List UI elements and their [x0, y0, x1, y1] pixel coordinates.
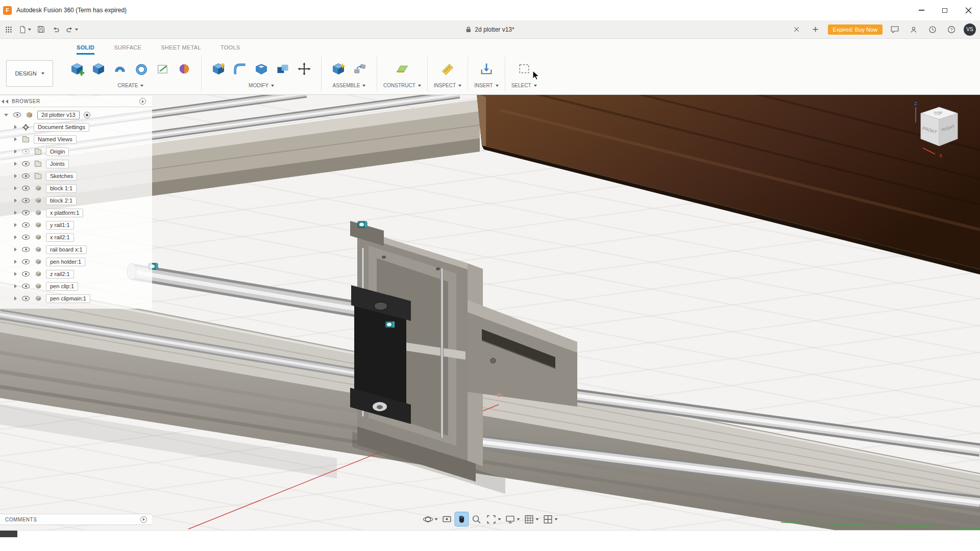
viewcube[interactable]: Z X TOP FRONT RIGHT — [905, 99, 973, 166]
tree-item-label[interactable]: Sketches — [46, 172, 77, 181]
create-form-button[interactable] — [174, 57, 195, 81]
browser-header[interactable]: BROWSER — [0, 96, 152, 107]
visibility-eye-icon[interactable] — [22, 198, 30, 203]
save-button[interactable] — [34, 22, 47, 37]
new-component-button[interactable] — [66, 57, 88, 81]
activate-component-radio[interactable] — [84, 112, 90, 118]
browser-row-pen-holder[interactable]: pen holder:1 — [0, 256, 152, 268]
browser-row-y-rail1[interactable]: y rail1:1 — [0, 219, 152, 231]
joint-button[interactable] — [349, 57, 371, 81]
visibility-eye-icon[interactable] — [22, 235, 30, 240]
workspace-selector[interactable]: DESIGN — [6, 60, 53, 87]
expand-icon[interactable] — [14, 223, 17, 227]
expand-icon[interactable] — [14, 247, 17, 252]
browser-row-block2[interactable]: block 2:1 — [0, 194, 152, 207]
visibility-eye-icon[interactable] — [22, 186, 30, 191]
display-settings-button[interactable] — [504, 512, 521, 526]
orbit-button[interactable] — [422, 512, 439, 526]
viewports-button[interactable] — [542, 512, 559, 526]
tree-item-label[interactable]: pen holder:1 — [46, 258, 85, 266]
tree-item-label[interactable]: pen clipmain:1 — [46, 294, 90, 303]
browser-row-origin[interactable]: Origin — [0, 145, 152, 158]
help-button[interactable]: ? — [945, 22, 958, 37]
look-at-button[interactable] — [440, 512, 454, 526]
redo-button[interactable] — [64, 22, 80, 37]
expand-icon[interactable] — [14, 162, 17, 166]
revolve-button[interactable] — [109, 57, 131, 81]
shell-button[interactable] — [251, 57, 272, 81]
select-button[interactable] — [513, 57, 535, 81]
modify-group-label[interactable]: MODIFY — [249, 83, 274, 88]
expand-icon[interactable] — [4, 114, 8, 116]
maximize-button[interactable] — [933, 0, 957, 20]
construct-plane-button[interactable] — [391, 57, 413, 81]
select-group-label[interactable]: SELECT — [511, 83, 537, 88]
visibility-eye-icon[interactable] — [22, 173, 30, 179]
visibility-eye-icon[interactable] — [22, 222, 30, 228]
visibility-eye-icon[interactable] — [22, 284, 30, 289]
assemble-group-label[interactable]: ASSEMBLE — [333, 83, 366, 88]
new-tab-button[interactable] — [809, 22, 822, 37]
comments-bar[interactable]: COMMENTS — [0, 514, 152, 525]
close-button[interactable] — [957, 0, 980, 20]
browser-row-block1[interactable]: block 1:1 — [0, 182, 152, 194]
tree-item-label[interactable]: block 2:1 — [46, 196, 77, 205]
expand-icon[interactable] — [14, 198, 17, 203]
browser-row-x-platform[interactable]: x platform:1 — [0, 207, 152, 219]
combine-button[interactable] — [272, 57, 293, 81]
expand-icon[interactable] — [14, 137, 17, 141]
tree-item-label[interactable]: Document Settings — [34, 123, 89, 132]
press-pull-button[interactable] — [208, 57, 229, 81]
pan-button[interactable] — [455, 512, 469, 526]
app-grid-button[interactable] — [2, 22, 15, 37]
browser-row-rail-board-x[interactable]: rail board x:1 — [0, 243, 152, 256]
expand-icon[interactable] — [14, 174, 17, 178]
create-group-label[interactable]: CREATE — [118, 83, 144, 88]
pen-clip-bracket[interactable] — [350, 285, 411, 424]
insert-group-label[interactable]: INSERT — [474, 83, 499, 88]
inspect-group-label[interactable]: INSPECT — [434, 83, 461, 88]
activity-button[interactable] — [926, 22, 939, 37]
move-copy-button[interactable] — [293, 57, 315, 81]
browser-row-pen-clip[interactable]: pen clip:1 — [0, 280, 152, 292]
expand-icon[interactable] — [14, 125, 17, 129]
insert-button[interactable] — [476, 57, 497, 81]
close-document-button[interactable] — [790, 22, 803, 37]
root-component-label[interactable]: 2d plotter v13 — [37, 111, 80, 119]
grid-snaps-button[interactable] — [523, 512, 540, 526]
visibility-eye-icon[interactable] — [22, 210, 30, 215]
tab-tools[interactable]: TOOLS — [220, 44, 240, 55]
tree-item-label[interactable]: x platform:1 — [46, 209, 83, 217]
create-sketch-button[interactable] — [152, 57, 174, 81]
comments-button[interactable] — [888, 22, 901, 37]
expand-icon[interactable] — [14, 272, 17, 276]
tree-item-label[interactable]: Named Views — [34, 135, 77, 144]
coil-button[interactable] — [131, 57, 152, 81]
fillet-button[interactable] — [229, 57, 251, 81]
tree-item-label[interactable]: Origin — [46, 147, 69, 156]
expand-icon[interactable] — [14, 211, 17, 215]
zoom-button[interactable] — [470, 512, 483, 526]
visibility-eye-icon[interactable] — [22, 161, 30, 166]
browser-row-x-rail2[interactable]: x rail2:1 — [0, 231, 152, 243]
tree-item-label[interactable]: z rail2:1 — [46, 270, 74, 279]
tree-item-label[interactable]: y rail1:1 — [46, 221, 74, 230]
browser-row-named-views[interactable]: Named Views — [0, 133, 152, 145]
browser-options-toggle[interactable] — [139, 98, 146, 105]
expand-icon[interactable] — [14, 186, 17, 190]
visibility-eye-icon[interactable] — [22, 296, 30, 301]
expired-buy-now-button[interactable]: Expired: Buy Now — [828, 24, 883, 35]
expand-icon[interactable] — [14, 296, 17, 300]
browser-root-row[interactable]: 2d plotter v13 — [0, 109, 152, 121]
tab-sheet-metal[interactable]: SHEET METAL — [161, 44, 201, 55]
user-avatar[interactable]: VS — [964, 23, 976, 36]
expand-icon[interactable] — [14, 149, 17, 154]
profile-button[interactable] — [907, 22, 920, 37]
browser-row-z-rail2[interactable]: z rail2:1 — [0, 268, 152, 280]
tree-item-label[interactable]: rail board x:1 — [46, 245, 87, 254]
tree-item-label[interactable]: pen clip:1 — [46, 282, 78, 291]
assemble-new-component-button[interactable] — [328, 57, 349, 81]
viewcube-cube[interactable]: TOP FRONT RIGHT — [921, 107, 958, 146]
file-menu-button[interactable] — [17, 22, 33, 37]
measure-button[interactable] — [437, 57, 458, 81]
